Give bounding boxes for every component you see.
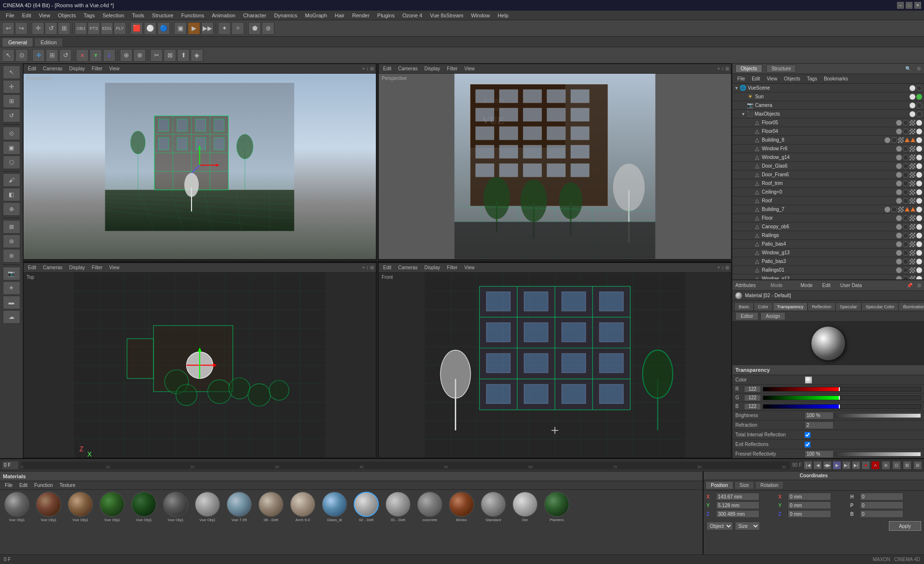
sidebar-light[interactable]: ☀ xyxy=(3,281,20,295)
redo-button[interactable]: ↪ xyxy=(15,22,27,35)
menu-file[interactable]: File xyxy=(2,12,18,19)
mat-item-11[interactable]: 02 - Defi xyxy=(351,492,381,552)
vp4-filter[interactable]: Filter xyxy=(445,264,460,271)
mat-item-7[interactable]: Vue 7.95 xyxy=(224,492,254,552)
vp3-edit[interactable]: Edit xyxy=(26,264,38,271)
pb-play[interactable]: ▶ xyxy=(833,461,841,470)
vp1-view[interactable]: View xyxy=(107,66,122,72)
obj-menu-bookmarks[interactable]: Bookmarks xyxy=(821,76,851,82)
pb-record[interactable]: ● xyxy=(861,461,870,470)
tab-objects[interactable]: Objects xyxy=(735,65,762,73)
render-all-btn[interactable]: ▶▶ xyxy=(201,22,214,35)
mat-tab-illumination[interactable]: Illumination xyxy=(898,302,924,311)
sidebar-cursor[interactable]: ↖ xyxy=(3,66,20,79)
obj-row-window-fr6[interactable]: △Window Fr6 xyxy=(732,144,924,153)
minimize-button[interactable]: ─ xyxy=(897,2,904,9)
mat-menu-file[interactable]: File xyxy=(2,482,15,488)
vp3-display[interactable]: Display xyxy=(67,264,88,271)
vp2-display[interactable]: Display xyxy=(422,66,443,72)
spline-btn[interactable]: ✦ xyxy=(218,22,231,35)
exit-reflections-check[interactable] xyxy=(805,442,810,447)
mat-tab-color[interactable]: Color xyxy=(754,302,773,311)
menu-tags[interactable]: Tags xyxy=(80,12,99,19)
menu-help[interactable]: Help xyxy=(494,12,513,19)
mat-tab-transparency[interactable]: Transparency xyxy=(773,302,808,311)
fresnel-input[interactable] xyxy=(805,450,834,458)
vp3-view[interactable]: View xyxy=(107,264,122,271)
vp4-edit[interactable]: Edit xyxy=(381,264,394,271)
y-pos-input[interactable] xyxy=(716,501,759,509)
deformer-btn[interactable]: ⬟ xyxy=(248,22,261,35)
pb-play-rev[interactable]: ◀▶ xyxy=(823,461,832,470)
coords-tab-position[interactable]: Position xyxy=(706,481,733,489)
mat-item-10[interactable]: Glass_di xyxy=(320,492,349,552)
channel-g-bar[interactable] xyxy=(763,395,921,400)
vp3-filter[interactable]: Filter xyxy=(90,264,105,271)
vp2-view[interactable]: View xyxy=(462,66,477,72)
timeline-track[interactable]: 0 10 20 30 40 50 60 70 80 90 xyxy=(21,461,790,470)
menu-window[interactable]: Window xyxy=(467,12,494,19)
obj-row-floor04[interactable]: △Floor04 xyxy=(732,127,924,136)
obj-row-roof[interactable]: △Roof xyxy=(732,197,924,205)
maximize-button[interactable]: □ xyxy=(906,2,912,9)
obj-row-building_7[interactable]: △Building_7 xyxy=(732,205,924,214)
vp1-filter[interactable]: Filter xyxy=(90,66,105,72)
viewport-front[interactable]: Edit Cameras Display Filter View + ↕ ⊞ F… xyxy=(378,262,732,459)
pb-options3[interactable]: ⊠ xyxy=(903,461,911,470)
mat-item-14[interactable]: Bricks xyxy=(447,492,476,552)
btn-editor[interactable]: Editor xyxy=(735,312,758,320)
b-rot-input[interactable] xyxy=(860,510,903,518)
new-cyl-btn[interactable]: 🔵 xyxy=(157,22,170,35)
channel-b-input[interactable] xyxy=(744,403,761,410)
sidebar-axis[interactable]: ⊕ xyxy=(3,202,20,216)
obj-mode-btn[interactable]: OBJ xyxy=(75,22,87,35)
obj-row-building_8[interactable]: △Building_8 xyxy=(732,136,924,144)
y-size-input[interactable] xyxy=(788,501,831,509)
pb-options2[interactable]: ⊡ xyxy=(892,461,901,470)
color-swatch[interactable] xyxy=(805,376,812,384)
sidebar-snap[interactable]: ⊠ xyxy=(3,220,20,234)
menu-render[interactable]: Render xyxy=(348,12,373,19)
attr-mode[interactable]: Mode xyxy=(798,282,816,289)
menu-character[interactable]: Character xyxy=(239,12,270,19)
mat-item-1[interactable]: Vue Obj1 xyxy=(34,492,64,552)
sidebar-texture[interactable]: ◧ xyxy=(3,188,20,201)
obj-menu-tags[interactable]: Tags xyxy=(804,76,820,82)
mat-item-2[interactable]: Vue Obj1 xyxy=(65,492,95,552)
mat-menu-texture[interactable]: Texture xyxy=(57,482,78,488)
mat-item-17[interactable]: Planters xyxy=(542,492,572,552)
tool-magnet[interactable]: ⊕ xyxy=(120,49,132,62)
coords-tab-rotation[interactable]: Rotation xyxy=(755,481,783,489)
mat-item-0[interactable]: Vue Obj1 xyxy=(2,492,32,552)
mat-tab-reflection[interactable]: Reflection xyxy=(808,302,835,311)
h-rot-input[interactable] xyxy=(860,493,903,500)
tool-mirror[interactable]: ⊗ xyxy=(133,49,146,62)
obj-row-sun[interactable]: ☀Sun xyxy=(732,92,924,101)
mat-tab-basic[interactable]: Basic xyxy=(734,302,754,311)
viewport-perspective-left[interactable]: Edit Cameras Display Filter View + ↕ ⊞ P… xyxy=(23,64,376,260)
menu-selection[interactable]: Selection xyxy=(99,12,128,19)
edg-mode-btn[interactable]: EDG xyxy=(101,22,113,35)
pb-next-frame[interactable]: ▶| xyxy=(842,461,851,470)
brightness-bar[interactable] xyxy=(834,413,921,418)
window-controls[interactable]: ─ □ ✕ xyxy=(897,2,921,9)
pb-prev-frame[interactable]: ◀ xyxy=(813,461,822,470)
apply-button[interactable]: Apply xyxy=(889,521,921,531)
sidebar-move[interactable]: ✛ xyxy=(3,80,20,93)
tool-axis-y[interactable]: Y xyxy=(90,49,102,62)
btn-assign[interactable]: Assign xyxy=(760,312,785,320)
obj-row-floor[interactable]: △Floor xyxy=(732,214,924,223)
vp2-edit[interactable]: Edit xyxy=(381,66,394,72)
attr-user-data[interactable]: User Data xyxy=(837,282,865,289)
sidebar-floor[interactable]: ▬ xyxy=(3,296,20,309)
move-button[interactable]: ✛ xyxy=(32,22,44,35)
sidebar-lasso[interactable]: ⬡ xyxy=(3,156,20,169)
tab-edition[interactable]: Edition xyxy=(34,38,63,47)
menu-plugins[interactable]: Plugins xyxy=(373,12,398,19)
vp3-cameras[interactable]: Cameras xyxy=(40,264,65,271)
obj-row-patio_bas4[interactable]: △Patio_bas4 xyxy=(732,240,924,249)
obj-row-vuescene[interactable]: ▼🌐VueScene xyxy=(732,84,924,92)
sidebar-paint[interactable]: 🖌 xyxy=(3,173,20,187)
frame-current-input[interactable] xyxy=(2,461,19,470)
channel-g-input[interactable] xyxy=(744,394,761,401)
